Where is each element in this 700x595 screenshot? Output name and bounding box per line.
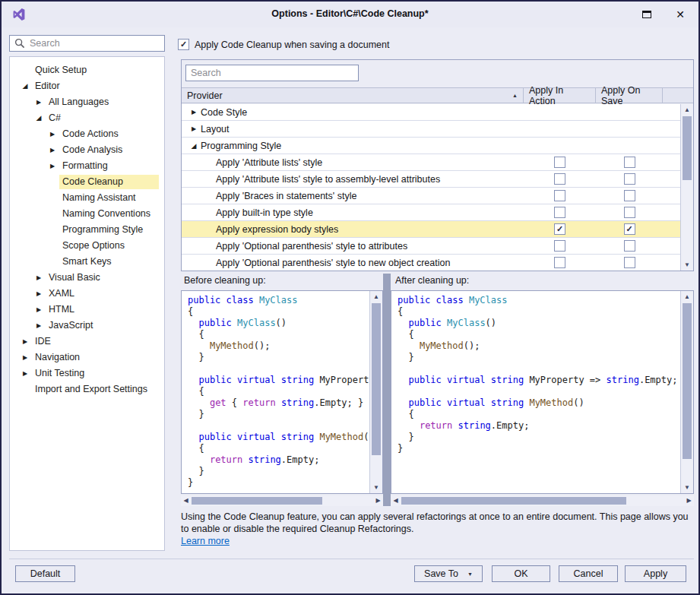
column-apply-in-action[interactable]: Apply In Action — [524, 88, 596, 103]
after-vertical-scrollbar[interactable]: ▲ ▼ — [680, 291, 693, 493]
apply-on-save-checkbox[interactable] — [624, 157, 635, 168]
column-provider[interactable]: Provider ▲ — [182, 88, 524, 103]
table-row-apply-attribute-lists-style-to-assembly-level-attributes[interactable]: Apply 'Attribute lists' style to assembl… — [182, 171, 680, 188]
tree-item-code-cleanup[interactable]: Code Cleanup — [10, 174, 164, 190]
apply-in-action-checkbox[interactable] — [554, 223, 565, 235]
expand-arrow-icon[interactable]: ▶ — [48, 142, 57, 158]
maximize-icon[interactable] — [642, 11, 651, 18]
apply-on-save-checkbox[interactable] — [624, 257, 635, 268]
pane-splitter[interactable] — [383, 274, 391, 506]
collapse-arrow-icon[interactable]: ◢ — [34, 110, 43, 126]
apply-in-action-checkbox[interactable] — [554, 173, 565, 185]
table-row-layout[interactable]: ▶Layout — [182, 121, 680, 138]
collapse-arrow-icon[interactable]: ◢ — [189, 142, 198, 150]
expand-arrow-icon[interactable]: ▶ — [189, 109, 198, 116]
expand-arrow-icon[interactable]: ▶ — [34, 318, 43, 334]
table-row-apply-expression-body-styles[interactable]: Apply expression body styles — [182, 221, 680, 238]
apply-on-save-checkbox[interactable] — [624, 173, 635, 185]
table-row-apply-optional-parenthesis-style-to-new-object-creation[interactable]: Apply 'Optional parenthesis' style to ne… — [182, 255, 680, 271]
code-token: MyProperty => — [524, 375, 606, 385]
scrollbar-thumb[interactable] — [683, 116, 692, 180]
scroll-down-icon[interactable]: ▼ — [681, 482, 693, 493]
tree-item-xaml[interactable]: ▶XAML — [10, 286, 164, 302]
expand-arrow-icon[interactable]: ▶ — [48, 126, 57, 142]
apply-in-action-checkbox[interactable] — [554, 257, 565, 268]
after-horizontal-scrollbar[interactable]: ◀ ▶ — [391, 495, 694, 506]
scrollbar-thumb[interactable] — [401, 497, 626, 505]
table-row-apply-built-in-type-style[interactable]: Apply built-in type style — [182, 204, 680, 221]
apply-on-save-checkbox[interactable] — [624, 190, 635, 201]
scrollbar-thumb[interactable] — [192, 497, 322, 505]
tree-item-code-actions[interactable]: ▶Code Actions — [10, 126, 164, 142]
scroll-up-icon[interactable]: ▲ — [681, 291, 693, 302]
apply-in-action-checkbox[interactable] — [554, 240, 565, 252]
provider-search-input[interactable] — [186, 65, 358, 81]
expand-arrow-icon[interactable]: ▶ — [21, 334, 30, 350]
table-row-apply-braces-in-statements-style[interactable]: Apply 'Braces in statements' style — [182, 188, 680, 204]
expand-arrow-icon[interactable]: ▶ — [21, 366, 30, 381]
tree-item-programming-style[interactable]: Programming Style — [10, 222, 164, 238]
sidebar-search-input[interactable] — [30, 38, 164, 49]
expand-arrow-icon[interactable]: ▶ — [189, 125, 198, 132]
apply-button[interactable]: Apply — [625, 565, 686, 582]
scrollbar-thumb[interactable] — [683, 303, 692, 459]
apply-in-action-checkbox[interactable] — [554, 190, 565, 201]
tree-item-scope-options[interactable]: Scope Options — [10, 238, 164, 254]
expand-arrow-icon[interactable]: ▶ — [34, 270, 43, 286]
tree-item-all-languages[interactable]: ▶All Languages — [10, 94, 164, 110]
expand-arrow-icon[interactable]: ▶ — [34, 286, 43, 302]
collapse-arrow-icon[interactable]: ◢ — [21, 78, 30, 94]
tree-item-code-analysis[interactable]: ▶Code Analysis — [10, 142, 164, 158]
save-to-button[interactable]: Save To▼ — [414, 565, 483, 582]
scroll-left-icon[interactable]: ◀ — [181, 495, 191, 506]
apply-on-save-checkbox[interactable] — [624, 223, 635, 235]
tree-item-naming-conventions[interactable]: Naming Conventions — [10, 206, 164, 222]
table-row-code-style[interactable]: ▶Code Style — [182, 104, 680, 121]
ok-button[interactable]: OK — [492, 565, 550, 582]
learn-more-link[interactable]: Learn more — [181, 536, 230, 546]
expand-arrow-icon[interactable]: ▶ — [21, 350, 30, 366]
before-horizontal-scrollbar[interactable]: ◀ ▶ — [181, 495, 383, 506]
expand-arrow-icon[interactable]: ▶ — [34, 302, 43, 318]
apply-code-cleanup-checkbox[interactable] — [178, 39, 189, 50]
expand-arrow-icon[interactable]: ▶ — [34, 94, 43, 110]
tree-item-quick-setup[interactable]: Quick Setup — [10, 62, 164, 78]
scroll-left-icon[interactable]: ◀ — [391, 495, 401, 506]
scrollbar-thumb[interactable] — [372, 303, 381, 455]
tree-item-formatting[interactable]: ▶Formatting — [10, 158, 164, 174]
apply-in-action-checkbox[interactable] — [554, 207, 565, 218]
default-button[interactable]: Default — [15, 565, 75, 582]
table-row-apply-optional-parenthesis-style-to-attributes[interactable]: Apply 'Optional parenthesis' style to at… — [182, 238, 680, 255]
tree-item-unit-testing[interactable]: ▶Unit Testing — [10, 366, 164, 381]
expand-arrow-icon[interactable]: ▶ — [48, 158, 57, 174]
tree-item-editor[interactable]: ◢Editor — [10, 78, 164, 94]
column-apply-on-save[interactable]: Apply On Save — [596, 88, 663, 103]
tree-item-visual-basic[interactable]: ▶Visual Basic — [10, 270, 164, 286]
table-row-apply-attribute-lists-style[interactable]: Apply 'Attribute lists' style — [182, 154, 680, 171]
close-icon[interactable]: ✕ — [676, 8, 685, 21]
before-vertical-scrollbar[interactable]: ▲ ▼ — [369, 291, 382, 493]
apply-in-action-checkbox[interactable] — [554, 157, 565, 168]
description-text: Using the Code Cleanup feature, you can … — [181, 511, 695, 535]
tree-item-naming-assistant[interactable]: Naming Assistant — [10, 190, 164, 206]
tree-item-ide[interactable]: ▶IDE — [10, 334, 164, 350]
scroll-right-icon[interactable]: ▶ — [373, 495, 383, 506]
scroll-down-icon[interactable]: ▼ — [370, 482, 382, 493]
apply-on-save-checkbox[interactable] — [624, 207, 635, 218]
tree-item-javascript[interactable]: ▶JavaScript — [10, 318, 164, 334]
tree-item-html[interactable]: ▶HTML — [10, 302, 164, 318]
scroll-up-icon[interactable]: ▲ — [681, 104, 693, 116]
cancel-button[interactable]: Cancel — [559, 565, 618, 582]
tree-item-smart-keys[interactable]: Smart Keys — [10, 254, 164, 270]
table-row-programming-style[interactable]: ◢Programming Style — [182, 138, 680, 154]
code-token: public virtual string — [408, 397, 524, 408]
apply-on-save-checkbox[interactable] — [624, 240, 635, 252]
tree-item-navigation[interactable]: ▶Navigation — [10, 350, 164, 366]
tree-item-c[interactable]: ◢C# — [10, 110, 164, 126]
scroll-right-icon[interactable]: ▶ — [684, 495, 694, 506]
tree-item-import-and-export-settings[interactable]: Import and Export Settings — [10, 381, 164, 397]
scroll-up-icon[interactable]: ▲ — [370, 291, 382, 302]
table-vertical-scrollbar[interactable]: ▲ ▼ — [680, 104, 693, 271]
scroll-down-icon[interactable]: ▼ — [681, 259, 693, 271]
column-apply-on-save-label: Apply On Save — [601, 85, 657, 106]
